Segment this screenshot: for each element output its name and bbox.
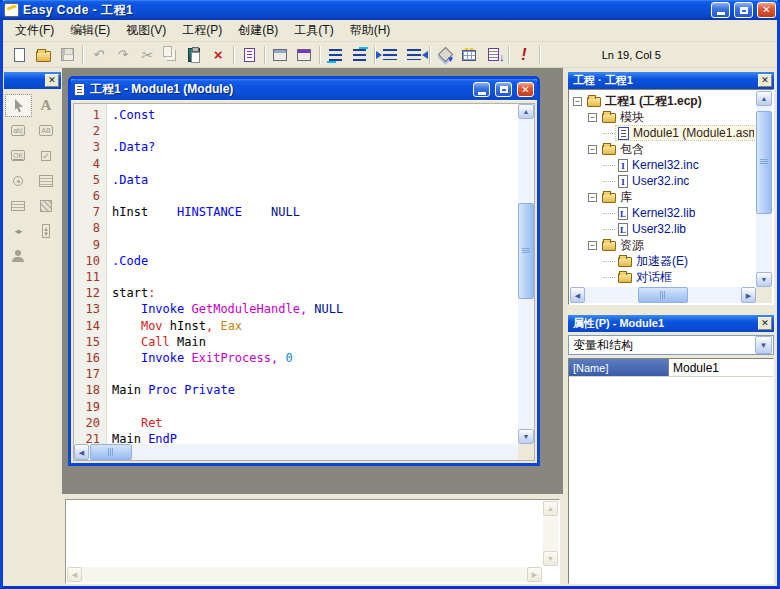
minimize-button[interactable] <box>711 2 730 18</box>
tool-radiobutton[interactable] <box>6 170 31 191</box>
tree-vscroll-thumb[interactable] <box>756 111 772 214</box>
tree-scroll-right-button[interactable] <box>741 287 756 303</box>
output-scroll-down-button[interactable] <box>543 551 558 566</box>
properties-panel-close-icon[interactable]: ✕ <box>758 317 772 330</box>
output-scroll-left-button[interactable] <box>67 567 82 582</box>
code-line[interactable]: 21Main EndP <box>74 431 518 444</box>
uncomment-button[interactable] <box>347 44 371 66</box>
scroll-left-button[interactable] <box>74 444 89 460</box>
menu-view[interactable]: 视图(V) <box>118 20 174 41</box>
tool-updown[interactable]: ▴▾ <box>34 220 59 241</box>
menu-tools[interactable]: 工具(T) <box>286 20 341 41</box>
code-line[interactable]: 20 Ret <box>74 415 518 431</box>
combobox-dropdown-icon[interactable]: ▼ <box>755 336 772 354</box>
code-line[interactable]: 6 <box>74 188 518 204</box>
collapse-icon[interactable] <box>588 241 597 250</box>
editor-vertical-scrollbar[interactable] <box>518 104 534 444</box>
editor-horizontal-scrollbar[interactable] <box>74 444 534 460</box>
tool-button[interactable]: OK <box>6 145 31 166</box>
tree-item-kernel32-inc[interactable]: IKernel32.inc <box>570 157 756 173</box>
tree-item-group-modules[interactable]: 模块 <box>570 109 756 125</box>
menu-file[interactable]: 文件(F) <box>7 20 62 41</box>
code-line[interactable]: 9 <box>74 237 518 253</box>
save-button[interactable] <box>55 44 79 66</box>
tree-hscroll-thumb[interactable] <box>638 287 688 303</box>
tool-hscrollbar[interactable]: ◂▸ <box>6 220 31 241</box>
hscroll-thumb[interactable] <box>90 444 132 460</box>
assemble-button[interactable] <box>433 44 457 66</box>
tree-item-group-resources[interactable]: 资源 <box>570 237 756 253</box>
project-panel-close-icon[interactable]: ✕ <box>758 74 772 87</box>
comment-button[interactable] <box>323 44 347 66</box>
menu-project[interactable]: 工程(P) <box>174 20 230 41</box>
toolbox-close-icon[interactable]: ✕ <box>45 74 59 87</box>
tree-scroll-down-button[interactable] <box>756 272 772 287</box>
tree-item-module1[interactable]: Module1 (Module1.asm) <box>570 125 756 141</box>
editor-window-titlebar[interactable]: 工程1 - Module1 (Module) ✕ <box>71 79 537 100</box>
tree-scroll-left-button[interactable] <box>570 287 585 303</box>
code-line[interactable]: 19 <box>74 399 518 415</box>
editor-maximize-button[interactable] <box>495 82 512 97</box>
tool-checkbox[interactable]: ✓ <box>34 145 59 166</box>
delete-button[interactable]: × <box>206 44 230 66</box>
code-line[interactable]: 8 <box>74 220 518 236</box>
tree-vertical-scrollbar[interactable] <box>756 91 772 287</box>
tool-listbox[interactable] <box>34 170 59 191</box>
output-scroll-up-button[interactable] <box>543 501 558 516</box>
new-dialog-button[interactable] <box>268 44 292 66</box>
open-button[interactable] <box>31 44 55 66</box>
maximize-button[interactable] <box>734 2 753 18</box>
property-key[interactable]: [Name] <box>569 359 669 376</box>
tree-item-group-libs[interactable]: 库 <box>570 189 756 205</box>
tool-textbox[interactable]: ab| <box>6 120 31 141</box>
code-line[interactable]: 4 <box>74 156 518 172</box>
tool-custom-control[interactable] <box>6 245 31 266</box>
code-line[interactable]: 11 <box>74 269 518 285</box>
tree-item-accelerators[interactable]: 加速器(E) <box>570 253 756 269</box>
tool-image[interactable] <box>34 195 59 216</box>
code-line[interactable]: 7hInst HINSTANCE NULL <box>74 204 518 220</box>
code-line[interactable]: 16 Invoke ExitProcess, 0 <box>74 350 518 366</box>
tree-item-user32-inc[interactable]: IUser32.inc <box>570 173 756 189</box>
code-line[interactable]: 1.Const <box>74 107 518 123</box>
tool-label[interactable]: AB <box>34 120 59 141</box>
collapse-icon[interactable] <box>588 145 597 154</box>
undo-button[interactable]: ↶ <box>86 44 110 66</box>
code-line[interactable]: 18Main Proc Private <box>74 382 518 398</box>
run-button[interactable]: ! <box>512 44 536 66</box>
menu-edit[interactable]: 编辑(E) <box>62 20 118 41</box>
editor-minimize-button[interactable] <box>473 82 490 97</box>
code-line[interactable]: 17 <box>74 366 518 382</box>
code-line[interactable]: 3.Data? <box>74 139 518 155</box>
collapse-icon[interactable] <box>588 193 597 202</box>
tool-static-text[interactable]: A <box>34 95 59 116</box>
collapse-icon[interactable] <box>573 97 582 106</box>
collapse-icon[interactable] <box>588 113 597 122</box>
code-line[interactable]: 15 Call Main <box>74 334 518 350</box>
output-vertical-scrollbar[interactable] <box>543 501 558 566</box>
tree-item-project-root[interactable]: 工程1 (工程1.ecp) <box>570 93 756 109</box>
code-line[interactable]: 5.Data <box>74 172 518 188</box>
category-combobox[interactable]: 变量和结构 ▼ <box>568 335 774 355</box>
output-scroll-right-button[interactable] <box>527 567 542 582</box>
code-line[interactable]: 14 Mov hInst, Eax <box>74 318 518 334</box>
tool-combobox[interactable] <box>6 195 31 216</box>
tree-horizontal-scrollbar[interactable] <box>570 287 756 303</box>
copy-button[interactable] <box>158 44 182 66</box>
menu-help[interactable]: 帮助(H) <box>342 20 399 41</box>
properties-button[interactable] <box>292 44 316 66</box>
indent-button[interactable] <box>378 44 402 66</box>
code-line[interactable]: 12start: <box>74 285 518 301</box>
tree-item-kernel32-lib[interactable]: LKernel32.lib <box>570 205 756 221</box>
outdent-button[interactable] <box>402 44 426 66</box>
tree-item-user32-lib[interactable]: LUser32.lib <box>570 221 756 237</box>
code-line[interactable]: 10.Code <box>74 253 518 269</box>
vscroll-thumb[interactable] <box>518 203 534 299</box>
link-button[interactable] <box>481 44 505 66</box>
menu-build[interactable]: 创建(B) <box>230 20 286 41</box>
output-horizontal-scrollbar[interactable] <box>67 567 542 582</box>
close-button[interactable]: ✕ <box>757 2 776 18</box>
tree-item-dialogs[interactable]: 对话框 <box>570 269 756 285</box>
cut-button[interactable]: ✂ <box>134 44 158 66</box>
code-line[interactable]: 2 <box>74 123 518 139</box>
